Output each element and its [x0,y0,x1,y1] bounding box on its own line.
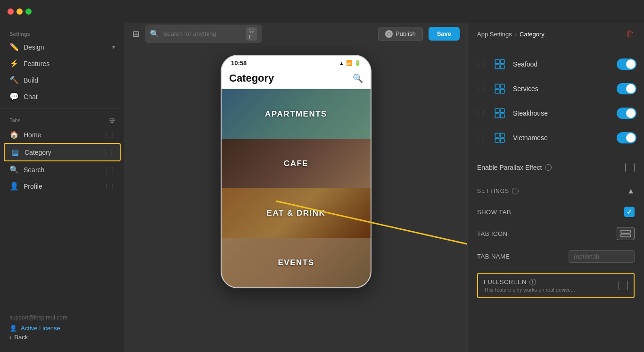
phone-search-icon: 🔍 [353,73,363,84]
publish-label: Publish [396,30,416,37]
apartments-label: APARTMENTS [265,109,327,119]
content-area: ⊞ 🔍 ⌘ F ⊙ Publish Save [125,23,644,352]
sidebar-item-design[interactable]: ✏️ Design ▾ [0,39,124,55]
grid-icon[interactable]: ⊞ [132,29,140,39]
breadcrumb-root: App Settings [477,31,512,38]
save-button[interactable]: Save [429,27,460,41]
settings-label: SETTINGS [477,188,509,194]
svg-rect-14 [495,133,499,137]
sidebar-item-build[interactable]: 🔨 Build [0,72,124,88]
svg-rect-8 [495,89,499,93]
category-list: ⋮⋮ Seafood ⋮⋮ [468,46,644,156]
category-card-cafe[interactable]: CAFE [222,139,371,188]
drag-handle-profile: ⋮⋮ [104,183,115,190]
steakhouse-toggle[interactable] [617,108,636,119]
collapse-icon[interactable]: ▲ [627,187,635,195]
tab-icon-svg [620,230,631,237]
main-layout: Settings ✏️ Design ▾ ⚡ Features 🔨 Build … [0,23,644,352]
show-tab-label: SHOW TAB [477,209,511,216]
phone-time: 10:58 [231,59,247,67]
delete-icon[interactable]: 🗑 [626,29,635,39]
phone-header: Category 🔍 [222,68,371,89]
tab-icon-preview[interactable] [617,227,635,240]
events-label: EVENTS [278,258,314,268]
tab-name-input[interactable] [569,250,635,263]
sidebar-item-category[interactable]: ▤ Category ⋮⋮ [4,143,121,161]
services-label: Services [513,85,611,92]
svg-rect-15 [500,133,504,137]
drag-handle-steakhouse[interactable]: ⋮⋮ [475,110,487,117]
svg-rect-4 [495,65,499,69]
signal-icon: ▲ [339,60,344,66]
svg-rect-7 [500,84,504,88]
fullscreen-checkbox[interactable] [619,281,628,290]
svg-rect-13 [500,114,504,118]
design-icon: ✏️ [9,42,19,51]
sidebar-item-search[interactable]: 🔍 Search ⋮⋮ [0,161,124,178]
svg-rect-11 [500,109,504,113]
add-tab-button[interactable]: ⊕ [109,116,115,125]
chat-icon: 💬 [9,92,19,101]
close-button[interactable] [8,8,14,15]
active-license-item[interactable]: 👤 Active License [9,325,115,332]
list-item: ⋮⋮ Steakhouse [468,101,644,126]
sidebar-item-home[interactable]: 🏠 Home ⋮⋮ [0,126,124,143]
search-icon: 🔍 [150,29,159,38]
parallax-row: Enable Parallax Effect i [468,156,644,179]
drag-handle-search: ⋮⋮ [104,167,115,173]
seafood-toggle[interactable] [617,59,636,70]
search-bar[interactable]: 🔍 ⌘ F [145,25,262,43]
category-card-apartments[interactable]: APARTMENTS [222,89,371,139]
support-email: support@inspireui.com [9,314,115,321]
battery-icon: 🔋 [355,60,361,66]
fullscreen-label: FULLSCREEN i [484,278,575,285]
drag-handle-services[interactable]: ⋮⋮ [475,85,487,92]
publish-icon: ⊙ [385,30,393,38]
seafood-category-icon [492,57,507,72]
category-card-events[interactable]: EVENTS [222,238,371,287]
sidebar-item-profile[interactable]: 👤 Profile ⋮⋮ [0,178,124,194]
drag-handle-vietnamese[interactable]: ⋮⋮ [475,134,487,141]
search-input[interactable] [163,30,242,37]
svg-rect-18 [621,230,630,233]
show-tab-checkbox[interactable] [624,207,635,217]
search-shortcut: ⌘ F [246,27,257,41]
parallax-checkbox[interactable] [625,163,635,172]
breadcrumb-current: Category [520,31,545,38]
svg-rect-19 [621,234,630,237]
tab-icon-row: TAB ICON [477,222,635,245]
chevron-down-icon: ▾ [112,44,115,50]
drag-handle-category: ⋮⋮ [103,149,114,156]
tab-name-label: TAB NAME [477,253,510,260]
sidebar-chat-label: Chat [24,93,115,101]
publish-button[interactable]: ⊙ Publish [378,27,423,41]
sidebar-item-chat[interactable]: 💬 Chat [0,88,124,105]
services-toggle[interactable] [617,83,636,94]
license-label: Active License [21,325,60,332]
tab-name-row: TAB NAME [477,245,635,268]
tabs-section-label: Tabs [9,117,20,123]
parallax-text: Enable Parallax Effect [477,164,542,171]
minimize-button[interactable] [17,8,23,15]
tabs-header: Tabs ⊕ [0,113,124,126]
drag-handle-seafood[interactable]: ⋮⋮ [475,61,487,67]
vietnamese-toggle[interactable] [617,132,636,143]
phone-preview-wrapper: 10:58 ▲ 📶 🔋 Category 🔍 [125,45,467,352]
maximize-button[interactable] [25,8,32,15]
search-tab-icon: 🔍 [9,165,19,174]
fullscreen-sublabel: This feature only works on real device..… [484,287,575,293]
build-icon: 🔨 [9,75,19,84]
category-card-eatdrink[interactable]: EAT & DRINK [222,188,371,238]
breadcrumb: App Settings › Category [477,31,545,38]
phone-page-title: Category [229,72,274,84]
sidebar-item-features[interactable]: ⚡ Features [0,55,124,72]
settings-info-icon: i [512,188,519,194]
fullscreen-label-group: FULLSCREEN i This feature only works on … [484,278,575,293]
svg-rect-5 [500,65,504,69]
sidebar-footer: support@inspireui.com 👤 Active License ‹… [0,309,124,346]
sidebar-search-label: Search [24,166,99,174]
back-button[interactable]: ‹ Back [9,334,115,341]
back-chevron-icon: ‹ [9,334,11,341]
breadcrumb-separator: › [515,31,517,38]
show-tab-row: SHOW TAB [477,202,635,222]
